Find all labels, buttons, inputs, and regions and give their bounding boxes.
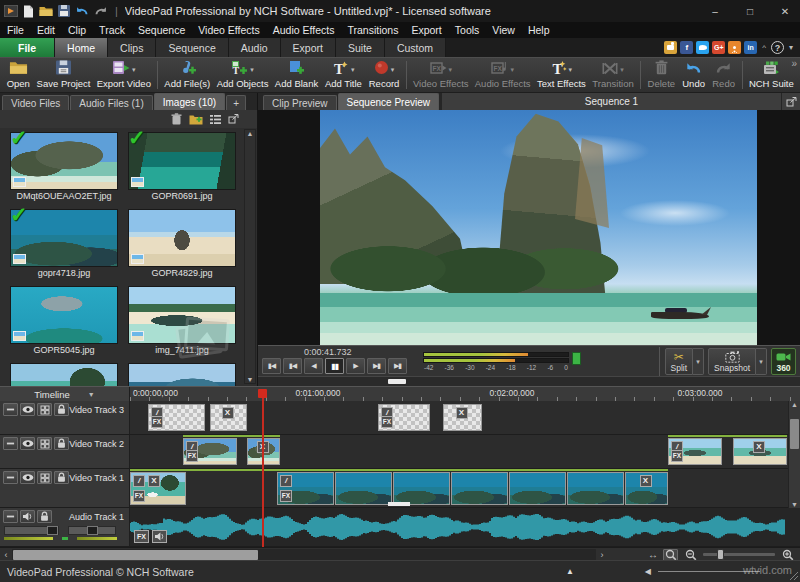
like-icon[interactable] (664, 41, 677, 54)
preview-tab-clip-preview[interactable]: Clip Preview (263, 95, 337, 110)
split-button[interactable]: ✂ Split (665, 348, 694, 375)
timeline-clip[interactable]: /XFX (130, 472, 186, 505)
thumbnail-image[interactable]: ✓ (10, 209, 118, 267)
back-one-frame-button[interactable]: ◀ (304, 358, 323, 374)
open-project-icon[interactable] (39, 3, 53, 19)
menu-track[interactable]: Track (99, 24, 125, 36)
thumbnail-image[interactable] (10, 286, 118, 344)
pause-button[interactable]: ▮▮ (325, 358, 344, 374)
menu-edit[interactable]: Edit (37, 24, 55, 36)
snapshot-button[interactable]: Snapshot (708, 348, 756, 375)
linkedin-icon[interactable]: in (744, 41, 757, 54)
timeline-clip[interactable]: X (733, 438, 787, 465)
thumbnail-image[interactable] (128, 209, 236, 267)
scroll-up-icon[interactable]: ▲ (791, 401, 798, 408)
track-volume-slider[interactable] (4, 526, 59, 535)
timeline-clip[interactable] (451, 472, 508, 505)
toolbar-overflow-icon[interactable]: » (791, 58, 797, 69)
zoom-out-icon[interactable] (683, 549, 698, 561)
quick-undo-icon[interactable] (75, 3, 89, 19)
menu-export[interactable]: Export (411, 24, 441, 36)
timeline-clip[interactable] (393, 472, 450, 505)
thumbnail-image[interactable] (10, 363, 118, 386)
timeline-clip[interactable]: X (210, 404, 247, 431)
close-button[interactable]: ✕ (770, 0, 800, 22)
menu-view[interactable]: View (492, 24, 515, 36)
media-thumbnail[interactable] (128, 363, 236, 386)
media-thumbnail[interactable]: ✓GOPR0691.jpg (128, 132, 236, 203)
collapse-track-button[interactable] (3, 437, 18, 450)
timeline-ruler[interactable]: 0:00:00,0000:01:00.0000:02:00.0000:03:00… (130, 387, 800, 401)
zoom-slider-handle[interactable] (717, 549, 724, 560)
add-objects-button[interactable]: T▾Add Objects (214, 59, 272, 91)
zoom-in-icon[interactable] (780, 549, 795, 561)
delete-media-icon[interactable] (171, 113, 182, 125)
timeline-clip[interactable]: /FX (668, 438, 722, 465)
preview-360-button[interactable]: 360 (771, 348, 796, 375)
add-title-button[interactable]: T▾Add Title (321, 59, 365, 91)
zoom-fit-icon[interactable] (663, 549, 678, 561)
go-to-end-button[interactable]: ▶▮ (388, 358, 407, 374)
nch-suite-button[interactable]: NCH Suite (746, 59, 797, 91)
media-thumbnail[interactable]: GOPR4829.jpg (128, 209, 236, 280)
ribbon-tab-home[interactable]: Home (55, 38, 108, 57)
menu-sequence[interactable]: Sequence (138, 24, 185, 36)
media-scrollbar[interactable]: ▲ ▼ (244, 129, 256, 384)
twitter-icon[interactable] (696, 41, 709, 54)
hscroll-thumb[interactable] (13, 550, 258, 560)
thumbnail-image[interactable]: ✓ (128, 132, 236, 190)
toggle-track-visibility-button[interactable] (20, 403, 35, 416)
collapse-track-button[interactable] (3, 471, 18, 484)
timeline-vertical-scrollbar[interactable]: ▲ ▼ (788, 401, 800, 508)
scroll-up-icon[interactable]: ▲ (247, 130, 254, 137)
list-view-icon[interactable] (210, 115, 221, 124)
timeline-clip[interactable]: X (625, 472, 668, 505)
mute-track-button[interactable] (20, 510, 35, 523)
media-tab-audio-files-1[interactable]: Audio Files (1) (70, 95, 152, 110)
expand-panel-icon[interactable]: ▲ (566, 567, 574, 576)
googleplus-icon[interactable]: G+ (712, 41, 725, 54)
scroll-right-icon[interactable]: › (596, 549, 608, 561)
help-dropdown-icon[interactable]: ▾ (789, 43, 793, 52)
open-button[interactable]: Open (3, 59, 33, 91)
minimize-button[interactable]: – (700, 0, 730, 22)
add-to-sequence-icon[interactable] (189, 114, 203, 125)
export-video-button[interactable]: ▾Export Video (94, 59, 154, 91)
audio-waveform[interactable] (130, 510, 786, 544)
collapse-track-button[interactable] (3, 403, 18, 416)
thumbnail-image[interactable]: ✓ (10, 132, 118, 190)
timeline-clip[interactable] (335, 472, 392, 505)
ribbon-tab-sequence[interactable]: Sequence (156, 38, 228, 57)
menu-help[interactable]: Help (528, 24, 550, 36)
maximize-button[interactable]: □ (735, 0, 765, 22)
ribbon-tab-file[interactable]: File (0, 38, 55, 57)
menu-video-effects[interactable]: Video Effects (198, 24, 260, 36)
media-tab-images-10[interactable]: Images (10) (154, 93, 225, 110)
save-icon[interactable] (58, 3, 70, 19)
lock-track-button[interactable] (54, 403, 69, 416)
preview-seek-bar[interactable] (258, 376, 800, 386)
previous-clip-button[interactable]: ▮◀ (283, 358, 302, 374)
add-file-s-button[interactable]: Add File(s) (161, 59, 213, 91)
ribbon-tab-audio[interactable]: Audio (229, 38, 281, 57)
lock-track-button[interactable] (54, 471, 69, 484)
playhead-line[interactable] (262, 398, 264, 547)
split-dropdown-icon[interactable]: ▾ (693, 348, 704, 375)
timeline-clip[interactable] (567, 472, 624, 505)
pan-icon[interactable]: ↔ (648, 549, 658, 560)
lock-track-button[interactable] (37, 510, 52, 523)
bound-clips-button[interactable] (37, 471, 52, 484)
menu-tools[interactable]: Tools (455, 24, 480, 36)
add-bin-tab[interactable]: + (226, 95, 246, 110)
media-thumbnail[interactable]: GOPR5045.jpg (10, 286, 118, 357)
detach-preview-icon[interactable] (782, 93, 800, 110)
ribbon-tab-custom[interactable]: Custom (385, 38, 446, 57)
ribbon-tab-export[interactable]: Export (281, 38, 336, 57)
hscroll-track[interactable] (12, 549, 596, 561)
ribbon-tab-suite[interactable]: Suite (336, 38, 385, 57)
share-icon[interactable] (728, 41, 741, 54)
toggle-track-visibility-button[interactable] (20, 437, 35, 450)
media-tab-video-files[interactable]: Video Files (2, 95, 69, 110)
timeline-clip[interactable] (509, 472, 566, 505)
snapshot-dropdown-icon[interactable]: ▾ (756, 348, 767, 375)
